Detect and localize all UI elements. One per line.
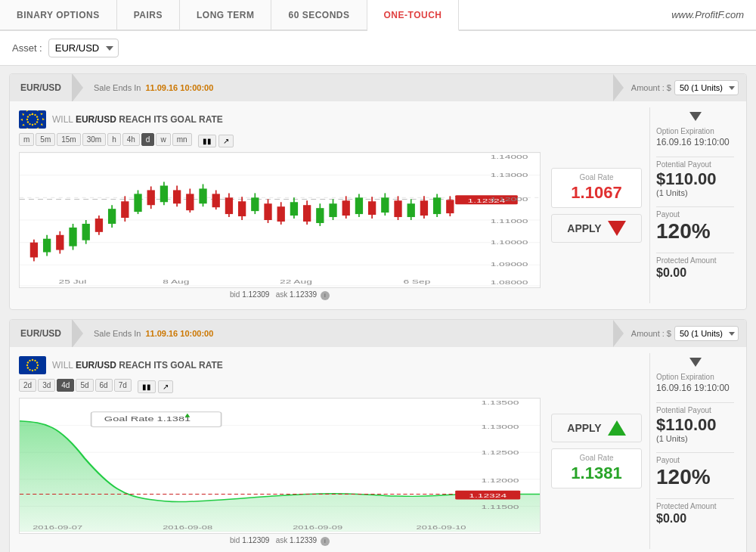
time-btn-w[interactable]: w	[156, 133, 170, 146]
card2-protected-label: Protected Amount	[656, 502, 734, 510]
card2-chart-icons: ▮▮ ↗	[138, 380, 173, 393]
svg-point-118	[34, 369, 36, 371]
card2-amount-select[interactable]: 50 (1 Units)	[674, 326, 739, 341]
svg-text:2016-09-09: 2016-09-09	[293, 524, 342, 530]
card2-expiry-value: 16.09.16 19:10:00	[656, 383, 734, 393]
card1-asset: EUR/USD	[10, 74, 73, 101]
card1-action-area: Goal Rate 1.1067 APPLY	[544, 107, 649, 303]
time-btn-m[interactable]: m	[19, 133, 34, 146]
card1-goal-rate-box: Goal Rate 1.1067	[551, 168, 642, 208]
card1-sale-section: Sale Ends In 11.09.16 10:00:00	[83, 74, 613, 101]
tab-long-term[interactable]: LONG TERM	[180, 0, 272, 29]
svg-point-21	[27, 121, 29, 122]
time2-btn-2d[interactable]: 2d	[19, 379, 36, 392]
header-arrow-1b	[613, 74, 624, 101]
card1-amount-section: Amount : $ 50 (1 Units)	[624, 74, 746, 101]
time2-btn-7d[interactable]: 7d	[114, 379, 132, 392]
card2-expiry-label: Option Expiration	[656, 373, 734, 381]
card1-amount-select[interactable]: 50 (1 Units)	[674, 80, 739, 95]
time-btn-5m[interactable]: 5m	[36, 133, 55, 146]
card2-protected-value: $0.00	[656, 512, 734, 526]
svg-point-16	[37, 119, 39, 120]
time-btn-30m[interactable]: 30m	[82, 133, 106, 146]
card2-payout: Potential Payout $110.00 (1 Units)	[656, 406, 734, 443]
card2-chart-area: WILL EUR/USD REACH ITS GOAL RATE 2d 3d 4…	[16, 353, 544, 549]
svg-text:25 Jul: 25 Jul	[59, 278, 87, 284]
card1-chart-title: WILL EUR/USD REACH ITS GOAL RATE	[52, 114, 223, 125]
card1-pct-label: Payout	[656, 210, 734, 219]
tab-binary-options[interactable]: BINARY OPTIONS	[0, 0, 117, 29]
card2-amount-label: Amount : $	[631, 329, 671, 338]
card1-title-row: WILL EUR/USD REACH ITS GOAL RATE	[19, 110, 541, 129]
card1-apply-button[interactable]: APPLY	[551, 214, 642, 243]
time2-btn-3d[interactable]: 3d	[38, 379, 55, 392]
chart-icon-bar[interactable]: ▮▮	[198, 135, 216, 147]
card2-apply-button[interactable]: APPLY	[551, 414, 642, 442]
main-content: EUR/USD Sale Ends In 11.09.16 10:00:00 A…	[0, 66, 756, 552]
svg-point-114	[34, 360, 36, 361]
tab-one-touch[interactable]: ONE-TOUCH	[367, 0, 460, 31]
svg-text:1.12000: 1.12000	[491, 196, 528, 202]
svg-point-20	[29, 123, 30, 125]
card-header-1: EUR/USD Sale Ends In 11.09.16 10:00:00 A…	[10, 74, 746, 101]
card2-info-icon[interactable]: i	[321, 537, 330, 546]
svg-text:2016-09-10: 2016-09-10	[417, 524, 466, 530]
card1-payout-sub: (1 Units)	[656, 188, 734, 197]
card1-sale-time: 11.09.16 10:00:00	[145, 83, 213, 92]
card1-time-buttons: m 5m 15m 30m h 4h d w mn	[19, 133, 192, 146]
time-btn-mn[interactable]: mn	[172, 133, 192, 146]
svg-text:Goal Rate  1.1381: Goal Rate 1.1381	[104, 415, 191, 423]
card1-protected-value: $0.00	[656, 266, 734, 280]
svg-text:1.13000: 1.13000	[482, 423, 519, 430]
time-btn-d[interactable]: d	[141, 133, 155, 146]
tab-pairs[interactable]: PAIRS	[117, 0, 180, 29]
card2-action-area: APPLY Goal Rate 1.1381	[544, 353, 649, 549]
card1-info-icon[interactable]: i	[321, 291, 330, 300]
time2-btn-6d[interactable]: 6d	[95, 379, 113, 392]
svg-text:1.13000: 1.13000	[491, 172, 528, 178]
svg-text:2016-09-07: 2016-09-07	[33, 524, 82, 530]
card2-sale-section: Sale Ends In 11.09.16 10:00:00	[83, 320, 613, 347]
card2-chart-title: WILL EUR/USD REACH ITS GOAL RATE	[52, 360, 223, 371]
time-btn-h[interactable]: h	[107, 133, 121, 146]
svg-point-22	[26, 119, 28, 120]
svg-point-13	[32, 113, 33, 115]
time-btn-15m[interactable]: 15m	[57, 133, 80, 146]
svg-text:2016-09-08: 2016-09-08	[163, 524, 212, 530]
time2-btn-4d[interactable]: 4d	[57, 379, 74, 392]
asset-select[interactable]: EUR/USD	[48, 39, 119, 57]
chart2-icon-line[interactable]: ↗	[158, 380, 173, 393]
card2-asset: EUR/USD	[10, 320, 73, 347]
card2-payout-value: $110.00	[656, 416, 734, 434]
svg-point-24	[29, 114, 30, 116]
svg-point-121	[27, 367, 29, 368]
card2-goal-rate-label: Goal Rate	[561, 454, 632, 462]
card1-bid-ask: bid 1.12309 ask 1.12339 i	[19, 290, 541, 300]
time2-btn-5d[interactable]: 5d	[76, 379, 93, 392]
svg-point-117	[36, 367, 38, 368]
time-btn-4h[interactable]: 4h	[122, 133, 140, 146]
svg-point-113	[32, 359, 33, 361]
card2-body: WILL EUR/USD REACH ITS GOAL RATE 2d 3d 4…	[10, 347, 746, 552]
card2-goal-rate-value: 1.1381	[561, 464, 632, 483]
card1-side-triangle	[689, 112, 702, 121]
card1-goal-rate-value: 1.1067	[561, 183, 632, 203]
chart-icon-line[interactable]: ↗	[218, 135, 234, 147]
card-header-2: EUR/USD Sale Ends In 11.09.16 10:00:00 A…	[10, 320, 746, 347]
card2-sale-label: Sale Ends In	[94, 329, 141, 338]
card2-side-triangle	[689, 358, 702, 367]
svg-point-15	[36, 116, 38, 117]
svg-point-124	[29, 360, 30, 361]
svg-point-14	[34, 114, 36, 116]
option-card-1: EUR/USD Sale Ends In 11.09.16 10:00:00 A…	[9, 73, 747, 310]
svg-text:1.10000: 1.10000	[491, 239, 528, 245]
card1-down-arrow	[608, 221, 626, 236]
chart2-icon-bar[interactable]: ▮▮	[138, 380, 156, 393]
card2-protected: Protected Amount $0.00	[656, 502, 734, 526]
tab-60-seconds[interactable]: 60 SECONDS	[271, 0, 367, 29]
svg-text:22 Aug: 22 Aug	[280, 278, 312, 284]
svg-text:1.12000: 1.12000	[482, 477, 519, 483]
svg-point-123	[27, 361, 29, 363]
card1-expiry-label: Option Expiration	[656, 127, 734, 135]
card1-expiry-value: 16.09.16 19:10:00	[656, 137, 734, 147]
